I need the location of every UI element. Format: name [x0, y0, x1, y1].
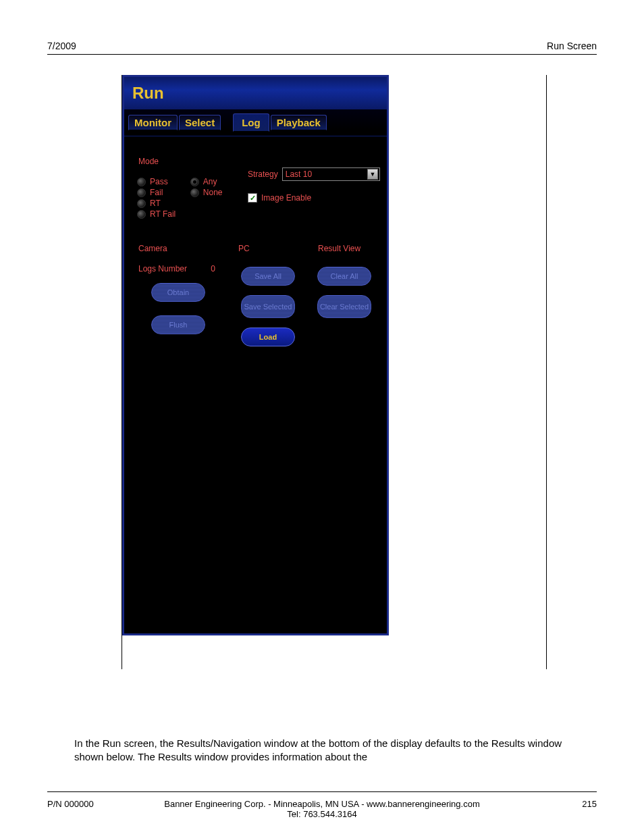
tab-strip: Monitor Select Log Playback [124, 109, 387, 136]
radio-icon [137, 210, 146, 219]
logs-number-label: Logs Number [138, 264, 187, 273]
result-view-legend: Result View [317, 244, 362, 253]
mode-group: Mode Pass Fail RT RT Fail Any None [131, 157, 242, 228]
result-view-group: Result View Clear All Clear Selected [311, 244, 378, 365]
screenshot-figure: Run Monitor Select Log Playback Mode Pas… [122, 75, 547, 669]
camera-group: Camera Logs Number 0 Obtain Flush [131, 244, 225, 365]
window-title-bar: Run [124, 77, 387, 109]
radio-none[interactable]: None [190, 188, 223, 197]
image-enable-checkbox[interactable]: Image Enable [248, 193, 380, 203]
checkbox-icon [248, 193, 257, 203]
clear-all-button[interactable]: Clear All [317, 267, 371, 286]
footer-company: Banner Engineering Corp. - Minneapolis, … [164, 799, 480, 809]
pc-legend: PC [237, 244, 251, 253]
header-title: Run Screen [547, 41, 597, 51]
save-selected-button[interactable]: Save Selected [241, 295, 295, 318]
footer-tel: Tel: 763.544.3164 [164, 809, 480, 819]
radio-any[interactable]: Any [190, 177, 223, 186]
flush-button[interactable]: Flush [151, 315, 205, 334]
tab-log[interactable]: Log [233, 113, 269, 132]
body-paragraph: In the Run screen, the Results/Navigatio… [47, 737, 597, 764]
footer-part-number: P/N 000000 [47, 799, 164, 809]
radio-fail[interactable]: Fail [137, 188, 176, 197]
strategy-value: Last 10 [286, 170, 312, 179]
radio-icon [137, 199, 146, 208]
clear-selected-button[interactable]: Clear Selected [317, 295, 371, 318]
window-title: Run [132, 84, 164, 103]
mode-legend: Mode [137, 157, 160, 166]
header-date: 7/2009 [47, 41, 76, 51]
chevron-down-icon: ▼ [367, 169, 378, 180]
strategy-dropdown[interactable]: Last 10 ▼ [282, 167, 380, 181]
radio-pass[interactable]: Pass [137, 177, 176, 186]
tab-monitor[interactable]: Monitor [128, 115, 178, 130]
run-screen-window: Run Monitor Select Log Playback Mode Pas… [122, 75, 389, 635]
strategy-label: Strategy [248, 170, 278, 179]
radio-icon [137, 178, 146, 186]
tab-playback[interactable]: Playback [271, 115, 327, 130]
tab-select[interactable]: Select [179, 115, 221, 130]
pc-group: PC Save All Save Selected Load [231, 244, 305, 365]
footer-page-number: 215 [480, 799, 597, 809]
image-enable-label: Image Enable [261, 193, 311, 203]
radio-icon [137, 188, 146, 197]
radio-icon [190, 188, 199, 197]
save-all-button[interactable]: Save All [241, 267, 295, 286]
page-footer: P/N 000000 Banner Engineering Corp. - Mi… [47, 791, 597, 819]
strategy-area: Strategy Last 10 ▼ Image Enable [248, 157, 380, 203]
load-button[interactable]: Load [241, 328, 295, 346]
obtain-button[interactable]: Obtain [151, 283, 205, 302]
page-header: 7/2009 Run Screen [47, 41, 597, 55]
radio-rt[interactable]: RT [137, 199, 176, 208]
camera-legend: Camera [137, 244, 169, 253]
radio-rt-fail[interactable]: RT Fail [137, 209, 176, 219]
logs-number-value: 0 [211, 264, 215, 273]
radio-icon [190, 178, 199, 186]
